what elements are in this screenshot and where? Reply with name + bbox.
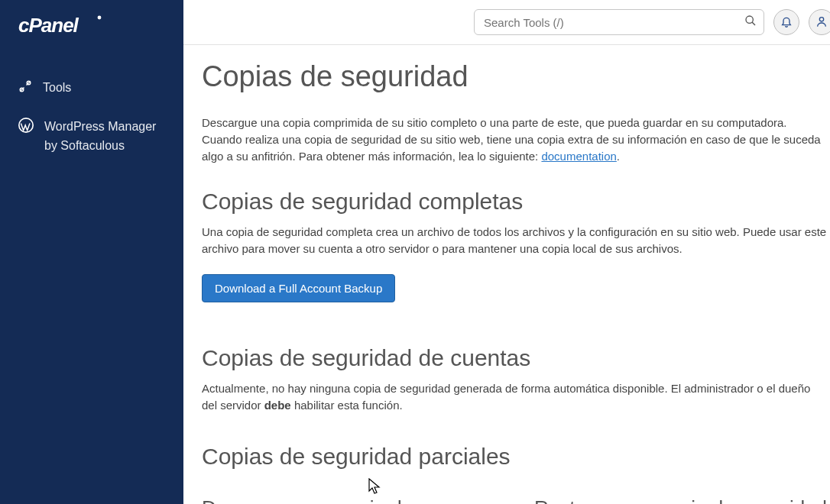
partial-col-download: Descargar una copia de seguridad del dir…	[202, 493, 498, 504]
section-accounts-desc: Actualmente, no hay ninguna copia de seg…	[202, 380, 828, 414]
partial-col-download-title: Descargar una copia de seguridad del dir…	[202, 496, 498, 504]
user-button[interactable]	[809, 9, 830, 35]
intro-text: Descargue una copia comprimida de su sit…	[202, 115, 828, 164]
logo[interactable]: cPanel	[0, 0, 183, 50]
cpanel-logo-icon: cPanel	[18, 14, 109, 37]
svg-point-1	[98, 16, 102, 20]
sidebar-item-label: WordPress Manager	[44, 120, 156, 134]
partial-col-restore-title: Restaure una copia de seguridad del dire…	[534, 496, 830, 504]
sidebar-item-wordpress[interactable]: WordPress Manager	[0, 107, 183, 139]
content: Copias de seguridad Descargue una copia …	[183, 45, 830, 504]
notifications-button[interactable]	[773, 9, 799, 35]
sidebar: cPanel Tools WordPress Manager by Softac…	[0, 0, 183, 504]
page-title: Copias de seguridad	[202, 60, 830, 93]
svg-line-6	[752, 22, 755, 25]
nav: Tools WordPress Manager by Softaculous	[0, 69, 183, 156]
sidebar-item-label: Tools	[43, 81, 71, 95]
search-input[interactable]	[474, 9, 764, 35]
partial-col-restore: Restaure una copia de seguridad del dire…	[534, 493, 830, 504]
download-full-backup-button[interactable]: Download a Full Account Backup	[202, 274, 395, 302]
user-icon	[815, 15, 828, 30]
svg-point-5	[746, 16, 753, 23]
sidebar-item-tools[interactable]: Tools	[0, 69, 183, 107]
svg-text:cPanel: cPanel	[18, 14, 79, 37]
main: Copias de seguridad Descargue una copia …	[183, 0, 830, 504]
search-icon	[744, 15, 757, 30]
documentation-link[interactable]: documentation	[541, 150, 616, 163]
section-full-desc: Una copia de seguridad completa crea un …	[202, 224, 828, 257]
section-accounts-title: Copias de seguridad de cuentas	[202, 345, 830, 371]
svg-point-7	[819, 17, 823, 21]
bell-icon	[780, 15, 793, 30]
partial-columns: Descargar una copia de seguridad del dir…	[202, 493, 830, 504]
tools-icon	[18, 79, 32, 96]
wordpress-icon	[18, 118, 34, 136]
section-partial-title: Copias de seguridad parciales	[202, 444, 830, 470]
topbar	[183, 0, 830, 45]
search-wrap	[474, 9, 764, 35]
section-full-title: Copias de seguridad completas	[202, 189, 830, 215]
sidebar-item-wordpress-sub: by Softaculous	[0, 139, 183, 156]
